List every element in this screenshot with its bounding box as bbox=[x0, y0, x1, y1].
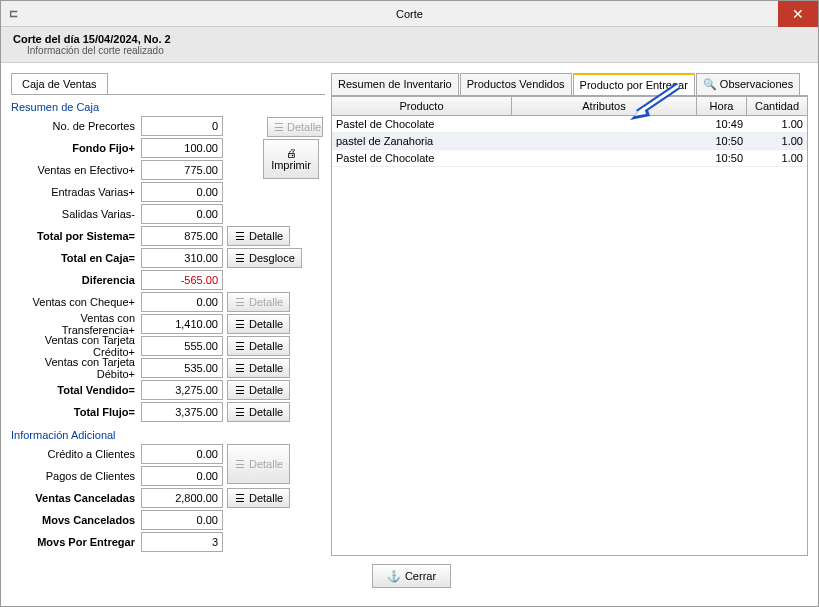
total-sistema-input[interactable] bbox=[141, 226, 223, 246]
tab-productos-vendidos[interactable]: Productos Vendidos bbox=[460, 73, 572, 95]
list-icon: ☰ bbox=[274, 121, 284, 133]
cheque-input[interactable] bbox=[141, 292, 223, 312]
imprimir-button[interactable]: 🖨 Imprimir bbox=[263, 139, 319, 179]
list-icon: ☰ bbox=[234, 406, 246, 418]
anchor-icon: ⚓ bbox=[387, 570, 401, 583]
movs-canc-input[interactable] bbox=[141, 510, 223, 530]
total-vendido-input[interactable] bbox=[141, 380, 223, 400]
credito-label: Crédito a Clientes bbox=[11, 448, 141, 460]
titlebar: ⊏ Corte ✕ bbox=[1, 1, 818, 27]
detalle-button-cheque: ☰Detalle bbox=[227, 292, 290, 312]
cell-producto: pastel de Zanahoria bbox=[332, 133, 512, 149]
cell-atributos bbox=[512, 133, 697, 149]
tab-producto-por-entregar[interactable]: Producto por Entregar bbox=[573, 73, 695, 95]
total-caja-input[interactable] bbox=[141, 248, 223, 268]
window-title: Corte bbox=[396, 8, 423, 20]
detalle-button-td[interactable]: ☰Detalle bbox=[227, 358, 290, 378]
precortes-label: No. de Precortes bbox=[11, 120, 141, 132]
ventas-canc-input[interactable] bbox=[141, 488, 223, 508]
detalle-button-cred: ☰Detalle bbox=[227, 444, 290, 484]
tc-label: Ventas con Tarjeta Crédito+ bbox=[11, 334, 141, 358]
ventas-canc-label: Ventas Canceladas bbox=[11, 492, 141, 504]
page-title: Corte del día 15/04/2024, No. 2 bbox=[13, 33, 806, 45]
table-row[interactable]: Pastel de Chocolate10:491.00 bbox=[332, 116, 807, 133]
desgloce-button[interactable]: ☰Desgloce bbox=[227, 248, 302, 268]
list-icon: ☰ bbox=[234, 458, 246, 470]
table-row[interactable]: Pastel de Chocolate10:501.00 bbox=[332, 150, 807, 167]
report-header: Corte del día 15/04/2024, No. 2 Informac… bbox=[1, 27, 818, 63]
info-adicional-title: Información Adicional bbox=[11, 429, 325, 441]
cell-cantidad: 1.00 bbox=[747, 116, 807, 132]
movs-entregar-input[interactable] bbox=[141, 532, 223, 552]
total-flujo-label: Total Flujo= bbox=[11, 406, 141, 418]
transf-input[interactable] bbox=[141, 314, 223, 334]
cell-hora: 10:50 bbox=[697, 133, 747, 149]
list-icon: ☰ bbox=[234, 230, 246, 242]
close-button[interactable]: ✕ bbox=[778, 1, 818, 27]
fondo-label: Fondo Fijo+ bbox=[11, 142, 141, 154]
movs-entregar-label: Movs Por Entregar bbox=[11, 536, 141, 548]
diferencia-label: Diferencia bbox=[11, 274, 141, 286]
tc-input[interactable] bbox=[141, 336, 223, 356]
cell-cantidad: 1.00 bbox=[747, 133, 807, 149]
search-icon: 🔍 bbox=[703, 78, 717, 90]
cell-cantidad: 1.00 bbox=[747, 150, 807, 166]
detalle-button-tv[interactable]: ☰Detalle bbox=[227, 380, 290, 400]
tab-caja-ventas[interactable]: Caja de Ventas bbox=[11, 73, 108, 94]
col-producto[interactable]: Producto bbox=[332, 97, 512, 115]
list-icon: ☰ bbox=[234, 384, 246, 396]
entradas-label: Entradas Varias+ bbox=[11, 186, 141, 198]
total-sistema-label: Total por Sistema= bbox=[11, 230, 141, 242]
content: Caja de Ventas Resumen de Caja No. de Pr… bbox=[1, 63, 818, 606]
transf-label: Ventas con Transferencia+ bbox=[11, 312, 141, 336]
close-icon: ✕ bbox=[792, 6, 804, 22]
movs-canc-label: Movs Cancelados bbox=[11, 514, 141, 526]
resumen-title: Resumen de Caja bbox=[11, 101, 325, 113]
credito-input[interactable] bbox=[141, 444, 223, 464]
cell-atributos bbox=[512, 150, 697, 166]
right-panel: Resumen de Inventario Productos Vendidos… bbox=[331, 73, 808, 556]
pagos-label: Pagos de Clientes bbox=[11, 470, 141, 482]
total-flujo-input[interactable] bbox=[141, 402, 223, 422]
cheque-label: Ventas con Cheque+ bbox=[11, 296, 141, 308]
td-input[interactable] bbox=[141, 358, 223, 378]
detalle-button-tf[interactable]: ☰Detalle bbox=[227, 402, 290, 422]
table-row[interactable]: pastel de Zanahoria10:501.00 bbox=[332, 133, 807, 150]
diferencia-input[interactable] bbox=[141, 270, 223, 290]
td-label: Ventas con Tarjeta Débito+ bbox=[11, 356, 141, 380]
page-subtitle: Información del corte realizado bbox=[13, 45, 806, 56]
detalle-button-tc[interactable]: ☰Detalle bbox=[227, 336, 290, 356]
total-vendido-label: Total Vendido= bbox=[11, 384, 141, 396]
detalle-button-sistema[interactable]: ☰Detalle bbox=[227, 226, 290, 246]
app-icon: ⊏ bbox=[9, 7, 18, 20]
cerrar-button[interactable]: ⚓ Cerrar bbox=[372, 564, 451, 588]
tab-resumen-inventario[interactable]: Resumen de Inventario bbox=[331, 73, 459, 95]
ventas-efectivo-label: Ventas en Efectivo+ bbox=[11, 164, 141, 176]
list-icon: ☰ bbox=[234, 362, 246, 374]
total-caja-label: Total en Caja= bbox=[11, 252, 141, 264]
list-icon: ☰ bbox=[234, 340, 246, 352]
detalle-button-transf[interactable]: ☰Detalle bbox=[227, 314, 290, 334]
list-icon: ☰ bbox=[234, 296, 246, 308]
cell-producto: Pastel de Chocolate bbox=[332, 150, 512, 166]
list-icon: ☰ bbox=[234, 492, 246, 504]
cell-hora: 10:49 bbox=[697, 116, 747, 132]
col-hora[interactable]: Hora bbox=[697, 97, 747, 115]
printer-icon: 🖨 bbox=[286, 147, 297, 159]
tab-observaciones[interactable]: 🔍Observaciones bbox=[696, 73, 800, 95]
ventas-efectivo-input[interactable] bbox=[141, 160, 223, 180]
cell-producto: Pastel de Chocolate bbox=[332, 116, 512, 132]
col-atributos[interactable]: Atributos bbox=[512, 97, 697, 115]
cell-hora: 10:50 bbox=[697, 150, 747, 166]
salidas-label: Salidas Varias- bbox=[11, 208, 141, 220]
products-grid[interactable]: Producto Atributos Hora Cantidad Pastel … bbox=[331, 96, 808, 556]
precortes-input[interactable] bbox=[141, 116, 223, 136]
pagos-input[interactable] bbox=[141, 466, 223, 486]
detalle-button-vc[interactable]: ☰Detalle bbox=[227, 488, 290, 508]
list-icon: ☰ bbox=[234, 252, 246, 264]
list-icon: ☰ bbox=[234, 318, 246, 330]
col-cantidad[interactable]: Cantidad bbox=[747, 97, 807, 115]
entradas-input[interactable] bbox=[141, 182, 223, 202]
fondo-input[interactable] bbox=[141, 138, 223, 158]
salidas-input[interactable] bbox=[141, 204, 223, 224]
